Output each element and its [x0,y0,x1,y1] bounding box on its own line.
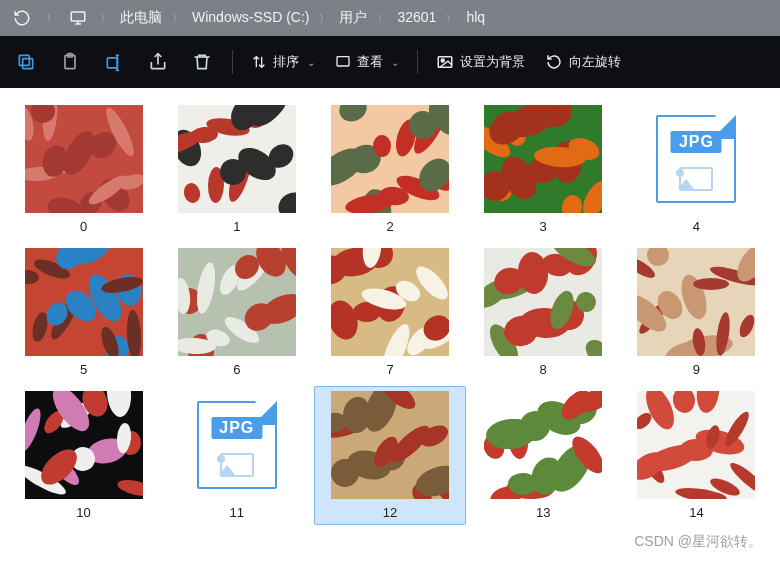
file-item[interactable]: 10 [8,386,159,525]
svg-point-16 [441,59,444,62]
file-item[interactable]: 3 [468,100,619,239]
toolbar: 排序 ⌄ 查看 ⌄ 设置为背景 向左旋转 [0,36,780,88]
breadcrumb-item[interactable]: 用户 [339,9,367,25]
delete-icon[interactable] [182,42,222,82]
thumbnail [25,248,143,356]
file-name-label: 11 [230,505,244,520]
thumbnail [331,248,449,356]
file-name-label: 14 [689,505,703,520]
svg-rect-4 [19,55,29,65]
breadcrumb-item[interactable]: Windows-SSD (C:) [192,9,309,25]
chevron-right-icon: 〉 [100,13,110,24]
file-name-label: 5 [80,362,87,377]
sort-label: 排序 [273,53,299,71]
breadcrumb-item[interactable]: 此电脑 [120,9,162,25]
svg-rect-14 [337,57,349,66]
view-label: 查看 [357,53,383,71]
file-name-label: 0 [80,219,87,234]
thumbnail [637,391,755,499]
file-item[interactable]: JPG 4 [621,100,772,239]
chevron-right-icon: 〉 [46,11,56,25]
thumbnail [637,248,755,356]
file-name-label: 4 [693,219,700,234]
chevron-down-icon: ⌄ [391,57,399,68]
thumbnail: JPG [178,391,296,499]
divider [417,50,418,74]
thumbnail [25,391,143,499]
thumbnail [331,391,449,499]
file-item[interactable]: 6 [161,243,312,382]
svg-rect-0 [71,12,85,21]
sort-button[interactable]: 排序 ⌄ [243,53,323,71]
set-bg-label: 设置为背景 [460,53,525,71]
thumbnail [178,248,296,356]
thumbnail [331,105,449,213]
svg-rect-3 [23,59,33,69]
file-item[interactable]: 14 [621,386,772,525]
breadcrumb-item[interactable]: 32601 [397,9,436,25]
file-item[interactable]: 13 [468,386,619,525]
thumbnail [484,105,602,213]
thumbnail [484,248,602,356]
set-background-button[interactable]: 设置为背景 [428,53,533,71]
file-item[interactable]: 9 [621,243,772,382]
jpg-file-icon: JPG [197,401,277,489]
divider [232,50,233,74]
file-item[interactable]: 7 [314,243,465,382]
file-name-label: 10 [76,505,90,520]
rotate-left-button[interactable]: 向左旋转 [537,53,629,71]
chevron-down-icon: ⌄ [307,57,315,68]
rotate-left-label: 向左旋转 [569,53,621,71]
file-name-label: 12 [383,505,397,520]
breadcrumb-item[interactable]: hlq [466,9,485,25]
file-grid-area: 0123 JPG 45678910 JPG 11121314 [0,88,780,577]
thumbnail [25,105,143,213]
thumbnail: JPG [637,105,755,213]
svg-rect-7 [107,58,117,68]
share-icon[interactable] [138,42,178,82]
refresh-icon[interactable] [8,9,36,27]
file-item[interactable]: 2 [314,100,465,239]
svg-point-148 [693,278,729,290]
file-name-label: 1 [233,219,240,234]
chevron-right-icon: 〉 [172,13,182,24]
thumbnail [484,391,602,499]
jpg-file-icon: JPG [656,115,736,203]
chevron-right-icon: 〉 [319,13,329,24]
file-item[interactable]: 1 [161,100,312,239]
breadcrumb-bar: 〉 〉此电脑〉Windows-SSD (C:)〉用户〉32601〉hlq [0,0,780,36]
thumbnail [178,105,296,213]
monitor-icon[interactable] [66,9,90,27]
file-item[interactable]: JPG 11 [161,386,312,525]
clipboard-icon[interactable] [50,42,90,82]
file-name-label: 3 [540,219,547,234]
file-item[interactable]: 12 [314,386,465,525]
file-name-label: 13 [536,505,550,520]
copy-icon[interactable] [6,42,46,82]
file-name-label: 6 [233,362,240,377]
rename-icon[interactable] [94,42,134,82]
file-name-label: 8 [540,362,547,377]
view-button[interactable]: 查看 ⌄ [327,53,407,71]
file-name-label: 9 [693,362,700,377]
file-item[interactable]: 8 [468,243,619,382]
file-item[interactable]: 5 [8,243,159,382]
chevron-right-icon: 〉 [377,13,387,24]
file-name-label: 7 [386,362,393,377]
file-item[interactable]: 0 [8,100,159,239]
chevron-right-icon: 〉 [446,13,456,24]
file-name-label: 2 [386,219,393,234]
